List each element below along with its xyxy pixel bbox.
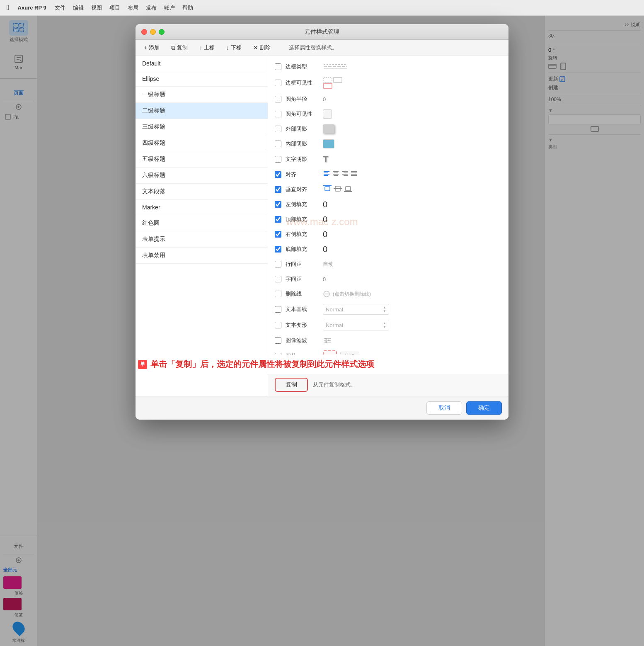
line-height-checkbox[interactable] — [275, 261, 281, 267]
traffic-lights — [141, 29, 165, 35]
v-align-value — [323, 185, 502, 194]
copy-hint: 从元件复制格式。 — [313, 381, 356, 389]
corner-radius-label: 圆角半径 — [286, 95, 323, 103]
text-transform-dropdown[interactable]: Normal ▲ ▼ — [323, 320, 389, 330]
inner-shadow-checkbox[interactable] — [275, 141, 281, 147]
menu-layout[interactable]: 布局 — [128, 4, 138, 12]
align-justify-icon[interactable] — [350, 170, 358, 179]
minimize-button[interactable] — [150, 29, 156, 35]
menu-project[interactable]: 项目 — [109, 4, 120, 12]
top-padding-checkbox[interactable] — [275, 216, 281, 223]
copy-button[interactable]: 复制 — [275, 378, 308, 392]
align-label: 对齐 — [286, 171, 323, 178]
default-style-item[interactable]: Default — [136, 56, 268, 71]
bottom-padding-number: 0 — [323, 245, 327, 254]
inner-shadow-value — [323, 139, 502, 148]
v-align-bottom-icon[interactable] — [344, 185, 353, 194]
style-item-form-disabled[interactable]: 表单禁用 — [136, 248, 268, 264]
v-align-top-icon[interactable] — [323, 185, 332, 194]
align-checkbox[interactable] — [275, 171, 281, 178]
strikethrough-checkbox[interactable] — [275, 291, 281, 297]
left-padding-number: 0 — [323, 200, 327, 209]
menu-publish[interactable]: 发布 — [146, 4, 157, 12]
confirm-button[interactable]: 确定 — [466, 401, 502, 415]
text-shadow-checkbox[interactable] — [275, 156, 281, 163]
left-padding-checkbox[interactable] — [275, 201, 281, 208]
outer-shadow-checkbox[interactable] — [275, 126, 281, 132]
dialog-title: 元件样式管理 — [305, 28, 339, 36]
move-up-icon: ↑ — [199, 44, 202, 51]
right-padding-label: 右侧填充 — [286, 231, 323, 238]
style-item-h4[interactable]: 四级标题 — [136, 135, 268, 151]
style-item-form-hint[interactable]: 表单提示 — [136, 231, 268, 248]
letter-spacing-checkbox[interactable] — [275, 276, 281, 282]
text-baseline-dropdown[interactable]: Normal ▲ ▼ — [323, 304, 389, 315]
border-type-checkbox[interactable] — [275, 63, 281, 70]
prop-right-padding: 右侧填充 0 — [268, 227, 508, 242]
style-item-red-circle[interactable]: 红色圆 — [136, 215, 268, 231]
v-align-icons-group — [323, 185, 353, 194]
border-type-value — [323, 63, 502, 70]
style-item-ellipse[interactable]: Ellipse — [136, 71, 268, 87]
add-button[interactable]: + 添加 — [142, 43, 161, 52]
cancel-button[interactable]: 取消 — [426, 401, 462, 415]
style-item-h6[interactable]: 六级标题 — [136, 168, 268, 184]
dialog-toolbar: + 添加 ⧉ 复制 ↑ 上移 ↓ 下移 ✕ 删除 选择属性替换样式。 — [136, 40, 508, 56]
move-down-button[interactable]: ↓ 下移 — [225, 43, 243, 52]
prop-line-height: 行间距 自动 — [268, 257, 508, 272]
right-padding-number: 0 — [323, 230, 327, 239]
inner-shadow-box — [323, 139, 334, 148]
line-height-value: 自动 — [323, 260, 502, 268]
text-shadow-label: 文字阴影 — [286, 155, 323, 163]
chevron2-icon: ▲ ▼ — [383, 322, 386, 329]
menu-help[interactable]: 帮助 — [182, 4, 193, 12]
corner-radius-value: 0 — [323, 96, 502, 102]
svg-rect-43 — [325, 187, 330, 191]
v-align-checkbox[interactable] — [275, 186, 281, 193]
style-item-marker[interactable]: Marker — [136, 200, 268, 215]
text-baseline-checkbox[interactable] — [275, 306, 281, 313]
close-button[interactable] — [141, 29, 147, 35]
align-right-icon[interactable] — [341, 170, 349, 179]
menu-bar:  Axure RP 9 文件 编辑 视图 项目 布局 发布 账户 帮助 — [0, 0, 644, 16]
text-transform-checkbox[interactable] — [275, 322, 281, 328]
svg-rect-23 — [324, 78, 332, 83]
menu-file[interactable]: 文件 — [55, 4, 65, 12]
style-item-h5[interactable]: 五级标题 — [136, 151, 268, 168]
left-padding-value: 0 — [323, 200, 502, 209]
menu-edit[interactable]: 编辑 — [73, 4, 84, 12]
menu-account[interactable]: 账户 — [164, 4, 175, 12]
right-padding-checkbox[interactable] — [275, 231, 281, 238]
strikethrough-value: (点击切换删除线) — [323, 290, 502, 298]
move-up-button[interactable]: ↑ 上移 — [198, 43, 216, 52]
apple-menu[interactable]:  — [7, 3, 10, 12]
move-down-label: 下移 — [231, 44, 242, 51]
image-filter-checkbox[interactable] — [275, 337, 281, 344]
style-item-h1[interactable]: 一级标题 — [136, 87, 268, 103]
menu-view[interactable]: 视图 — [91, 4, 102, 12]
line-height-label: 行间距 — [286, 260, 323, 268]
v-align-label: 垂直对齐 — [286, 186, 323, 193]
style-item-h3[interactable]: 三级标题 — [136, 119, 268, 135]
tooltip-banner: 单 单击「复制」后，选定的元件属性将被复制到此元件样式选项 — [136, 355, 508, 374]
align-center-icon[interactable] — [332, 170, 339, 179]
border-visible-checkbox[interactable] — [275, 80, 281, 86]
dialog-body: Default Ellipse 一级标题 二级标题 三级标题 四级标题 五级标题… — [136, 56, 508, 396]
move-up-label: 上移 — [204, 44, 215, 51]
prop-corner-radius: 圆角半径 0 — [268, 92, 508, 107]
delete-button[interactable]: ✕ 删除 — [252, 43, 272, 52]
style-item-paragraph[interactable]: 文本段落 — [136, 184, 268, 200]
bottom-padding-checkbox[interactable] — [275, 246, 281, 253]
v-align-middle-icon[interactable] — [333, 185, 342, 194]
corner-radius-checkbox[interactable] — [275, 96, 281, 102]
letter-spacing-value: 0 — [323, 276, 502, 282]
duplicate-button[interactable]: ⧉ 复制 — [169, 43, 189, 52]
corner-visible-checkbox[interactable] — [275, 111, 281, 117]
add-icon: + — [144, 44, 147, 51]
prop-border-type: 边框类型 — [268, 59, 508, 74]
maximize-button[interactable] — [159, 29, 165, 35]
border-type-label: 边框类型 — [286, 63, 323, 70]
svg-point-54 — [328, 340, 329, 341]
style-item-h2[interactable]: 二级标题 — [136, 103, 268, 119]
align-left-icon[interactable] — [323, 170, 330, 179]
